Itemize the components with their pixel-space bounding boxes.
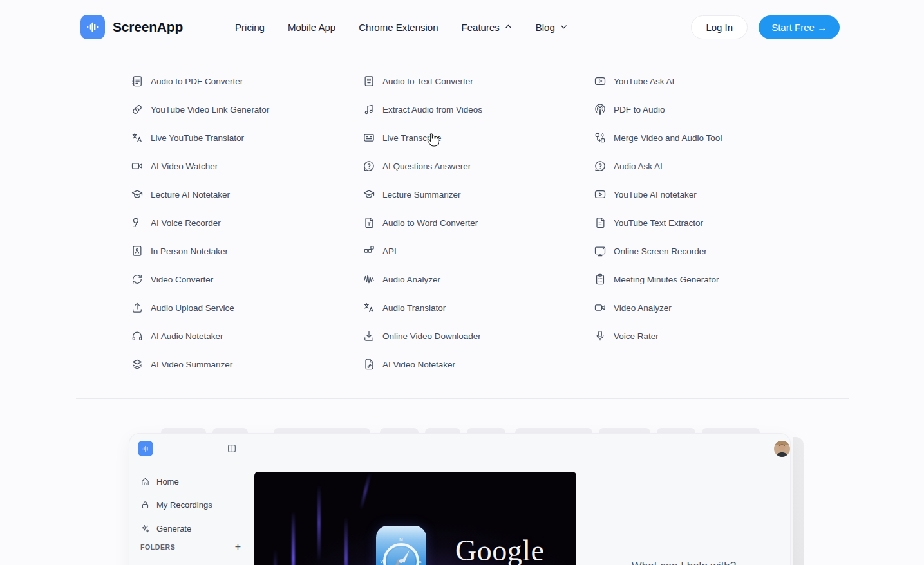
feature-link-label: Extract Audio from Videos xyxy=(382,105,482,115)
feature-link[interactable]: Live YouTube Translator xyxy=(131,124,244,152)
sidebar-collapse-icon[interactable] xyxy=(227,443,237,454)
feature-link[interactable]: Audio to Text Converter xyxy=(363,67,473,95)
feature-link-label: Audio Ask AI xyxy=(614,162,663,171)
feature-link-label: Audio to Word Converter xyxy=(382,218,478,228)
feature-link[interactable]: Lecture Summarizer xyxy=(363,180,461,208)
feature-link-label: Lecture Summarizer xyxy=(382,190,461,199)
video-camera-icon xyxy=(594,301,607,314)
feature-link-label: Merge Video and Audio Tool xyxy=(614,133,722,143)
feature-link-label: YouTube Ask AI xyxy=(614,77,674,86)
feature-link[interactable]: Audio to PDF Converter xyxy=(131,67,243,95)
feature-link[interactable]: YouTube Video Link Generator xyxy=(131,95,269,124)
feature-link[interactable]: AI Video Notetaker xyxy=(363,350,455,378)
app-logo-icon xyxy=(138,441,153,456)
google-logo-text: Google xyxy=(455,533,544,565)
feature-link-label: Lecture AI Notetaker xyxy=(151,190,230,199)
login-button[interactable]: Log In xyxy=(691,15,748,39)
feature-link-label: API xyxy=(382,246,397,256)
light-streak xyxy=(344,517,348,565)
feature-link[interactable]: AI Video Watcher xyxy=(131,152,218,180)
feature-link[interactable]: Live Transcribe xyxy=(363,124,442,152)
feature-link[interactable]: AI Audio Notetaker xyxy=(131,322,223,350)
feature-link-label: Audio Translator xyxy=(382,303,446,313)
feature-link-label: Audio to PDF Converter xyxy=(151,77,243,86)
screen-record-icon xyxy=(594,245,607,257)
feature-link[interactable]: Audio to Word Converter xyxy=(363,208,478,237)
feature-link[interactable]: Audio Upload Service xyxy=(131,293,234,322)
sidebar-item-label: Home xyxy=(156,477,179,486)
sidebar-item-generate[interactable]: Generate xyxy=(140,517,212,541)
feature-link[interactable]: Online Video Downloader xyxy=(363,322,481,350)
feature-link-label: Online Video Downloader xyxy=(382,331,481,341)
feature-link-label: Voice Rater xyxy=(614,331,659,341)
feature-link-label: In Person Notetaker xyxy=(151,246,228,256)
feature-link[interactable]: Audio Translator xyxy=(363,293,446,322)
doc-pen-icon xyxy=(363,358,375,371)
video-play-icon xyxy=(594,75,607,88)
feature-link[interactable]: AI Questions Answerer xyxy=(363,152,471,180)
feature-link[interactable]: Online Screen Recorder xyxy=(594,237,707,265)
feature-link[interactable]: API xyxy=(363,237,397,265)
feature-link-label: AI Questions Answerer xyxy=(382,162,471,171)
feature-link[interactable]: In Person Notetaker xyxy=(131,237,228,265)
feature-link-label: Meeting Minutes Generator xyxy=(614,275,719,284)
sidebar-item-home[interactable]: Home xyxy=(140,470,212,494)
feature-link[interactable]: PDF to Audio xyxy=(594,95,665,124)
notebook-list-icon xyxy=(131,75,144,88)
sidebar-item-my-recordings[interactable]: My Recordings xyxy=(140,494,212,517)
brand[interactable]: ScreenApp xyxy=(80,15,183,39)
feature-link[interactable]: Video Converter xyxy=(131,265,213,293)
feature-link-label: YouTube Text Extractor xyxy=(614,218,703,228)
feature-link[interactable]: YouTube Text Extractor xyxy=(594,208,703,237)
light-streak xyxy=(317,485,321,562)
nav-chrome-extension[interactable]: Chrome Extension xyxy=(359,22,438,33)
nav-features[interactable]: Features xyxy=(462,22,513,33)
feature-link[interactable]: Meeting Minutes Generator xyxy=(594,265,719,293)
svg-text:N: N xyxy=(399,537,403,542)
light-streak xyxy=(359,472,372,510)
nav-mobile-app[interactable]: Mobile App xyxy=(288,22,335,33)
feature-link[interactable]: AI Voice Recorder xyxy=(131,208,221,237)
book-person-icon xyxy=(131,245,144,257)
merge-icon xyxy=(594,131,607,144)
nav-pricing[interactable]: Pricing xyxy=(235,22,265,33)
app-preview-section: HomeMy RecordingsGenerate FOLDERS + N W … xyxy=(0,433,924,565)
layers-icon xyxy=(131,358,144,371)
translate-icon xyxy=(131,131,144,144)
feature-link[interactable]: Merge Video and Audio Tool xyxy=(594,124,722,152)
feature-link[interactable]: Audio Analyzer xyxy=(363,265,440,293)
feature-link-label: Video Converter xyxy=(151,275,213,284)
feature-link-label: Audio to Text Converter xyxy=(382,77,473,86)
feature-link[interactable]: Lecture AI Notetaker xyxy=(131,180,230,208)
feature-link-label: AI Audio Notetaker xyxy=(151,331,223,341)
feature-link-label: Audio Analyzer xyxy=(382,275,440,284)
feature-link-label: Live Transcribe xyxy=(382,133,442,143)
doc-letter-icon xyxy=(363,216,375,229)
feature-link[interactable]: YouTube Ask AI xyxy=(594,67,674,95)
folders-header: FOLDERS + xyxy=(140,542,241,552)
add-folder-button[interactable]: + xyxy=(235,542,241,552)
feature-link-label: Online Screen Recorder xyxy=(614,246,707,256)
video-camera-icon xyxy=(131,160,144,172)
assistant-prompt-text: What can I help with? xyxy=(576,560,791,565)
feature-link-label: AI Video Summarizer xyxy=(151,360,232,369)
feature-link[interactable]: Extract Audio from Videos xyxy=(363,95,482,124)
feature-link[interactable]: Video Analyzer xyxy=(594,293,672,322)
features-mega-menu: Audio to PDF ConverterYouTube Video Link… xyxy=(0,54,924,378)
user-avatar[interactable] xyxy=(774,441,790,457)
feature-link[interactable]: Voice Rater xyxy=(594,322,659,350)
graduation-cap-icon xyxy=(363,188,375,201)
start-free-button[interactable]: Start Free → xyxy=(759,15,840,39)
feature-link-label: Video Analyzer xyxy=(614,303,672,313)
video-thumbnail[interactable]: N W E Google xyxy=(254,472,576,565)
menu-column-2: Audio to Text ConverterExtract Audio fro… xyxy=(363,67,594,378)
feature-link[interactable]: AI Video Summarizer xyxy=(131,350,232,378)
chevron-down-icon xyxy=(560,22,568,33)
safari-compass-icon: N W E xyxy=(376,526,426,565)
feature-link[interactable]: YouTube AI notetaker xyxy=(594,180,697,208)
top-navbar: ScreenApp Pricing Mobile App Chrome Exte… xyxy=(0,0,924,54)
mic-icon xyxy=(594,329,607,342)
app-preview-card: HomeMy RecordingsGenerate FOLDERS + N W … xyxy=(129,433,791,565)
feature-link[interactable]: Audio Ask AI xyxy=(594,152,663,180)
nav-blog[interactable]: Blog xyxy=(536,22,568,33)
